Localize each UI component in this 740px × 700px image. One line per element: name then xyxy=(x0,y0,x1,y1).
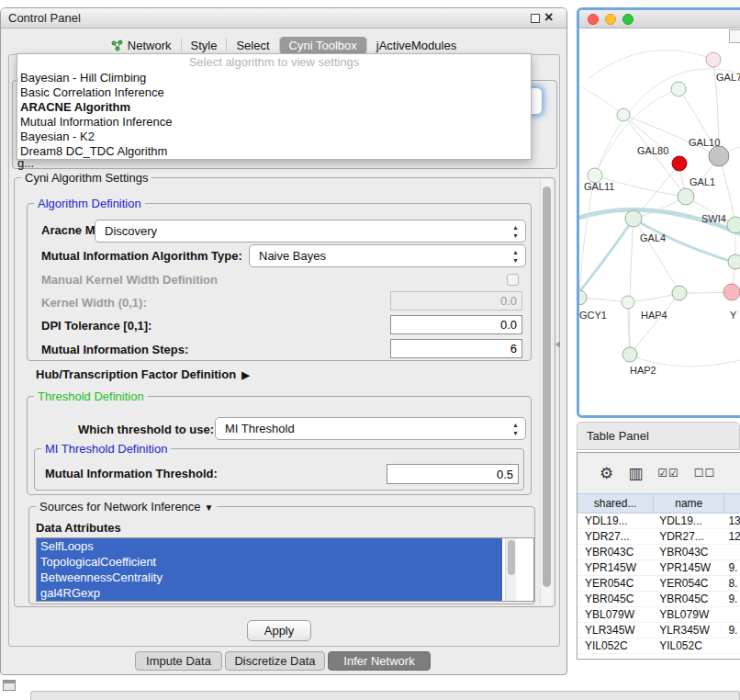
bottom-panel-edge xyxy=(30,691,740,700)
network-node[interactable] xyxy=(617,108,630,121)
network-node-label: Y xyxy=(730,310,737,321)
attribute-list[interactable]: SelfLoops TopologicalCoefficient Between… xyxy=(36,537,534,602)
mi-steps-field[interactable] xyxy=(390,339,522,358)
algorithm-option[interactable]: ARACNE Algorithm xyxy=(17,100,531,115)
table-row[interactable]: YLR345W YLR345W 9. xyxy=(577,623,740,638)
mi-type-select[interactable]: Naive Bayes ▲▼ xyxy=(249,244,526,267)
cell-shared-name: YDL19... xyxy=(577,514,654,528)
minimize-traffic-light-icon[interactable] xyxy=(605,14,616,25)
network-edge xyxy=(589,51,713,79)
sources-title[interactable]: Sources for Network Inference▼ xyxy=(36,500,217,514)
kernel-width-label: Kernel Width (0,1): xyxy=(41,296,147,310)
network-node[interactable] xyxy=(678,188,694,205)
network-node[interactable] xyxy=(709,146,729,166)
columns-icon[interactable]: ▥ xyxy=(628,464,643,483)
cell-extra: 9. xyxy=(724,623,740,638)
tab-jactivemodules[interactable]: jActiveModules xyxy=(367,37,465,54)
tab-discretize-data[interactable]: Discretize Data xyxy=(225,651,325,671)
algorithm-option[interactable]: Dream8 DC_TDC Algorithm xyxy=(17,144,531,159)
hub-factor-expander[interactable]: Hub/Transcription Factor Definition▶ xyxy=(36,367,250,381)
network-node[interactable] xyxy=(706,52,721,67)
network-node[interactable] xyxy=(672,156,687,171)
attribute-list-scrollbar-thumb[interactable] xyxy=(508,540,515,575)
algorithm-option[interactable]: Bayesian - K2 xyxy=(17,130,531,144)
cell-shared-name: YER054C xyxy=(577,576,654,591)
dpi-tolerance-field[interactable] xyxy=(390,315,522,334)
settings-scrollbar[interactable] xyxy=(540,179,552,605)
table-row[interactable]: YDL19... YDL19... 13 xyxy=(577,514,740,529)
algorithm-option[interactable]: Basic Correlation Inference xyxy=(17,85,531,100)
attribute-list-scrollbar[interactable] xyxy=(505,538,516,601)
cell-name: YER054C xyxy=(654,576,724,591)
column-header-extra[interactable] xyxy=(724,494,740,513)
table-row[interactable]: YDR27... YDR27... 12 xyxy=(577,529,740,545)
apply-button[interactable]: Apply xyxy=(247,620,311,641)
which-threshold-select[interactable]: MI Threshold ▲▼ xyxy=(215,417,526,440)
network-node[interactable] xyxy=(672,286,687,300)
tab-select[interactable]: Select xyxy=(227,37,278,54)
tab-impute-data[interactable]: Impute Data xyxy=(135,651,222,671)
deselect-all-icon[interactable]: ☐☐ xyxy=(694,467,716,480)
tab-label: jActiveModules xyxy=(376,39,456,52)
tab-label: Infer Network xyxy=(343,654,414,668)
algorithm-option[interactable]: Mutual Information Inference xyxy=(17,115,531,130)
network-scrollbar-button[interactable] xyxy=(729,29,740,43)
cell-extra: 9. xyxy=(724,592,740,606)
network-node[interactable] xyxy=(671,82,686,96)
table-row[interactable]: YBR045C YBR045C 9. xyxy=(577,592,740,607)
tab-label: Impute Data xyxy=(146,654,211,668)
gear-icon[interactable]: ⚙ xyxy=(600,464,613,483)
splitter-collapse-arrow[interactable] xyxy=(555,341,560,348)
network-window-titlebar[interactable] xyxy=(579,10,740,28)
network-edge xyxy=(628,293,679,302)
network-node-label: HAP2 xyxy=(630,365,656,376)
table-row[interactable]: YPR145W YPR145W 9. xyxy=(577,560,740,576)
network-node[interactable] xyxy=(622,347,637,362)
network-node[interactable] xyxy=(579,290,587,305)
hub-factor-label: Hub/Transcription Factor Definition xyxy=(36,367,236,381)
table-row[interactable]: YIL052C YIL052C xyxy=(577,638,740,654)
network-canvas[interactable]: GAL7GAL80GAL10GAL11GAL1SWI4GAL4GCY1HAP4Y… xyxy=(579,28,740,415)
settings-scrollbar-thumb[interactable] xyxy=(543,186,551,587)
table-row[interactable]: YBL079W YBL079W xyxy=(577,607,740,623)
kernel-width-field xyxy=(390,291,522,310)
zoom-traffic-light-icon[interactable] xyxy=(622,14,633,25)
column-header-shared-name[interactable]: shared... xyxy=(577,494,654,513)
which-threshold-value: MI Threshold xyxy=(225,422,295,435)
cell-name: YDL19... xyxy=(654,514,724,528)
network-node[interactable] xyxy=(728,254,740,269)
attribute-list-item[interactable]: SelfLoops xyxy=(37,538,502,554)
tab-cyni-toolbox[interactable]: Cyni Toolbox xyxy=(280,37,366,54)
cell-name: YBR043C xyxy=(654,545,724,559)
close-icon[interactable]: × xyxy=(544,9,553,26)
network-graph[interactable]: GAL7GAL80GAL10GAL11GAL1SWI4GAL4GCY1HAP4Y… xyxy=(579,28,740,415)
float-window-icon[interactable] xyxy=(531,14,540,23)
tab-style[interactable]: Style xyxy=(182,37,227,54)
network-node[interactable] xyxy=(625,210,642,227)
select-all-icon[interactable]: ☑☑ xyxy=(657,467,679,480)
algorithm-option[interactable]: Bayesian - Hill Climbing xyxy=(17,71,531,85)
combo-arrows-icon: ▲▼ xyxy=(512,421,519,437)
cell-extra xyxy=(724,545,740,559)
close-traffic-light-icon[interactable] xyxy=(588,14,599,25)
data-attributes-label: Data Attributes xyxy=(36,521,121,535)
network-node[interactable] xyxy=(622,296,634,309)
mi-threshold-field[interactable] xyxy=(387,464,519,484)
cell-shared-name: YBR045C xyxy=(577,592,654,606)
table-row[interactable]: YER054C YER054C 8. xyxy=(577,576,740,592)
which-threshold-label: Which threshold to use: xyxy=(78,423,214,436)
attribute-list-item[interactable]: TopologicalCoefficient xyxy=(37,554,502,570)
network-node-label: GAL11 xyxy=(584,181,614,192)
attribute-list-item[interactable]: BetweennessCentrality xyxy=(37,570,502,585)
table-row[interactable]: YBR043C YBR043C xyxy=(577,545,740,560)
network-node[interactable] xyxy=(727,217,740,233)
aracne-mode-select[interactable]: Discovery ▲▼ xyxy=(95,220,526,243)
collapsed-panel-icon[interactable] xyxy=(3,680,16,691)
tab-network[interactable]: Network xyxy=(102,37,181,54)
network-view-window: GAL7GAL80GAL10GAL11GAL1SWI4GAL4GCY1HAP4Y… xyxy=(577,7,740,418)
attribute-list-item[interactable]: gal4RGexp xyxy=(37,585,502,601)
network-node[interactable] xyxy=(723,284,740,300)
cell-name: YDR27... xyxy=(654,529,724,544)
network-node-label: HAP4 xyxy=(641,310,667,321)
tab-infer-network[interactable]: Infer Network xyxy=(328,651,431,671)
